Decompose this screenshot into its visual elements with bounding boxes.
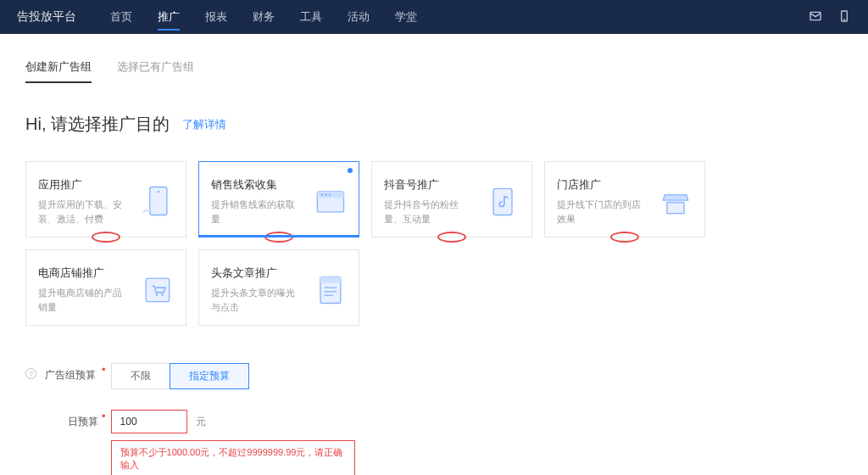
card-desc: 提升应用的下载、安装、激活、付费 — [38, 198, 130, 226]
daily-budget-input[interactable] — [111, 410, 187, 433]
svg-point-13 — [156, 293, 159, 296]
page-tabs: 创建新广告组 选择已有广告组 — [25, 59, 843, 83]
learn-more-link[interactable]: 了解详情 — [182, 117, 226, 132]
svg-rect-16 — [320, 277, 341, 282]
svg-rect-12 — [146, 278, 170, 302]
budget-label: ? 广告组预算 — [25, 363, 102, 383]
doc-icon — [309, 269, 350, 310]
daily-budget-label: 日预算 — [25, 410, 102, 429]
card-store-promote[interactable]: 门店推广 提升线下门店的到店效果 — [544, 161, 705, 238]
svg-point-9 — [329, 193, 331, 196]
card-toutiao-article[interactable]: 头条文章推广 提升头条文章的曝光与点击 — [198, 249, 359, 326]
cart-icon — [136, 269, 177, 310]
form-section: ? 广告组预算 • 不限 指定预算 日预算 • 元 预算不少 — [25, 338, 843, 475]
tab-select-existing[interactable]: 选择已有广告组 — [117, 59, 194, 83]
top-nav: 告投放平台 首页 推广 报表 财务 工具 活动 学堂 — [0, 0, 868, 34]
svg-point-14 — [161, 293, 164, 296]
card-douyin-promote[interactable]: 抖音号推广 提升抖音号的粉丝量、互动量 — [371, 161, 532, 238]
card-desc: 提升抖音号的粉丝量、互动量 — [384, 198, 476, 226]
budget-specified[interactable]: 指定预算 — [170, 363, 249, 389]
card-title: 头条文章推广 — [211, 265, 303, 281]
phone-icon — [136, 181, 177, 221]
budget-pill-group: 不限 指定预算 — [111, 363, 249, 389]
card-title: 销售线索收集 — [211, 177, 303, 193]
svg-point-4 — [157, 191, 159, 193]
card-sales-leads[interactable]: 销售线索收集 提升销售线索的获取量 — [198, 161, 359, 238]
cards-row-1: 应用推广 提升应用的下载、安装、激活、付费 销售线索收集 提升销售线索的获取量 … — [25, 161, 868, 326]
annotation-ellipse — [610, 232, 639, 243]
card-title: 抖音号推广 — [384, 177, 476, 193]
nav-school[interactable]: 学堂 — [395, 1, 417, 33]
selected-dot-icon — [348, 168, 353, 173]
card-desc: 提升电商店铺的产品销量 — [38, 286, 130, 314]
help-icon[interactable]: ? — [25, 368, 36, 379]
nav-items: 首页 推广 报表 财务 工具 活动 学堂 — [110, 1, 809, 33]
nav-activity[interactable]: 活动 — [348, 1, 370, 33]
currency-unit: 元 — [196, 415, 206, 429]
nav-promote[interactable]: 推广 — [158, 1, 180, 33]
platform-name: 告投放平台 — [17, 9, 76, 25]
store-icon — [655, 181, 696, 221]
card-desc: 提升线下门店的到店效果 — [557, 198, 648, 226]
page-heading: Hi, 请选择推广目的 — [25, 113, 170, 136]
daily-budget-row: 日预算 • 元 预算不少于1000.00元，不超过9999999.99元，请正确… — [25, 410, 843, 475]
content: 创建新广告组 选择已有广告组 Hi, 请选择推广目的 了解详情 应用推广 提升应… — [0, 34, 868, 475]
mail-icon[interactable] — [809, 9, 822, 25]
annotation-ellipse — [437, 232, 466, 243]
music-icon — [482, 181, 523, 221]
svg-rect-11 — [667, 203, 684, 214]
annotation-ellipse — [264, 232, 293, 243]
nav-report[interactable]: 报表 — [205, 1, 227, 33]
required-dot: • — [102, 363, 106, 376]
svg-rect-10 — [493, 188, 512, 215]
required-dot: • — [102, 410, 106, 422]
card-app-promote[interactable]: 应用推广 提升应用的下载、安装、激活、付费 — [25, 161, 186, 238]
tab-create-new[interactable]: 创建新广告组 — [25, 59, 92, 83]
card-desc: 提升头条文章的曝光与点击 — [211, 286, 303, 314]
mobile-icon[interactable] — [837, 9, 851, 25]
nav-tools[interactable]: 工具 — [300, 1, 322, 33]
svg-point-8 — [325, 193, 327, 196]
card-title: 电商店铺推广 — [38, 265, 130, 281]
budget-row: ? 广告组预算 • 不限 指定预算 — [25, 363, 843, 389]
window-icon — [309, 181, 350, 221]
nav-right — [809, 9, 851, 25]
budget-unlimited[interactable]: 不限 — [112, 364, 170, 388]
heading-row: Hi, 请选择推广目的 了解详情 — [25, 113, 843, 136]
card-title: 应用推广 — [38, 177, 130, 193]
nav-finance[interactable]: 财务 — [253, 1, 275, 33]
card-ecommerce-promote[interactable]: 电商店铺推广 提升电商店铺的产品销量 — [25, 249, 186, 326]
svg-point-7 — [320, 193, 323, 196]
nav-home[interactable]: 首页 — [110, 1, 132, 33]
svg-point-2 — [844, 19, 845, 20]
card-desc: 提升销售线索的获取量 — [211, 198, 303, 226]
annotation-ellipse — [92, 232, 120, 243]
card-title: 门店推广 — [557, 177, 648, 193]
budget-error-message: 预算不少于1000.00元，不超过9999999.99元，请正确输入 — [111, 440, 355, 475]
